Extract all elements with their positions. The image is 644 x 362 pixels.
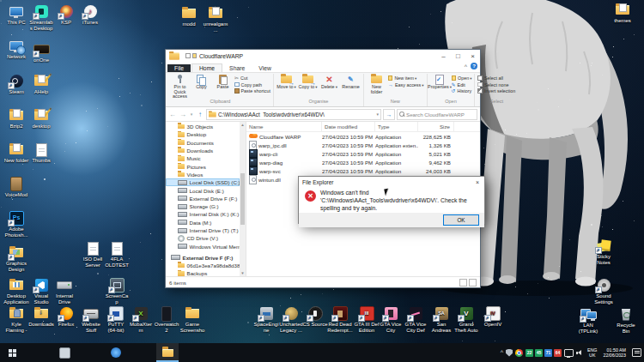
ribbon-button-history[interactable]: ↺History bbox=[452, 88, 472, 94]
nav-item-data-m[interactable]: Data (M:) bbox=[166, 219, 240, 226]
desktop-icon-desktop[interactable]: desktop bbox=[28, 108, 54, 130]
nav-item-external-drive-f-f[interactable]: External Drive F (F:) bbox=[166, 254, 240, 262]
desktop-icon-lan-tplink[interactable]: ↗LAN (TPLink) bbox=[575, 307, 601, 335]
nav-item-videos[interactable]: Videos bbox=[166, 171, 240, 178]
file-row-warp-ipc-dll[interactable]: warp_ipc.dll27/04/2023 10:59 PMApplicati… bbox=[246, 141, 480, 149]
desktop-icon-overwatch-2-screenshots[interactable]: Overwatch 2 Screenshots bbox=[154, 306, 179, 334]
nav-item-backups[interactable]: Backups bbox=[166, 269, 240, 276]
desktop-icon-cs-source[interactable]: ↗CS Source bbox=[302, 306, 328, 328]
ribbon-button-copy[interactable]: Copy bbox=[191, 74, 211, 90]
start-button[interactable] bbox=[0, 343, 24, 362]
nav-item-cd-drive-v[interactable]: CD Drive (V:) bbox=[166, 234, 240, 242]
ribbon-button-edit[interactable]: ✎Edit bbox=[452, 82, 472, 87]
nav-item-local-disk-e[interactable]: Local Disk (E:) bbox=[166, 186, 240, 194]
ribbon-button-select-none[interactable]: Select none bbox=[477, 82, 515, 87]
ribbon-button-new-folder[interactable]: New folder bbox=[367, 74, 386, 94]
up-button[interactable]: ↑ bbox=[196, 110, 204, 119]
desktop-icon-network[interactable]: Network bbox=[3, 39, 29, 60]
ribbon-button-open[interactable]: Open▾ bbox=[452, 75, 472, 81]
tray-chevron-icon[interactable]: ^ bbox=[501, 349, 503, 355]
column-header-size[interactable]: Size bbox=[418, 122, 454, 131]
file-row-warp-svc[interactable]: warp-svc27/04/2023 10:59 PMApplication24… bbox=[246, 166, 480, 175]
desktop-icon-onone[interactable]: ↗onOne bbox=[28, 42, 54, 63]
desktop-icon-openiv[interactable]: IV↗OpenIV bbox=[480, 306, 506, 328]
desktop-icon-san-andreas-def-edition[interactable]: SA↗San Andreas Def Edition bbox=[428, 306, 454, 334]
desktop-icon-visual-studio-code[interactable]: ↗Visual Studio Code bbox=[28, 278, 54, 305]
desktop-icon-putty-64-bit[interactable]: ↗PuTTY (64-bit) bbox=[103, 306, 129, 334]
nav-item-pictures[interactable]: Pictures bbox=[166, 162, 240, 170]
taskbar-file-explorer[interactable] bbox=[156, 343, 179, 362]
nav-scrollbar[interactable]: ▲ ▼ bbox=[240, 122, 246, 276]
nav-item-storage-g[interactable]: Storage (G:) bbox=[166, 202, 240, 210]
tray-badge-64[interactable]: 64 bbox=[554, 349, 562, 357]
desktop-icon-themes[interactable]: themes bbox=[610, 3, 635, 24]
ok-button[interactable]: OK bbox=[443, 214, 479, 226]
nav-item-downloads[interactable]: Downloads bbox=[166, 147, 240, 154]
desktop-icon-graphics-design[interactable]: ↗Graphics Design bbox=[3, 245, 29, 273]
desktop-icon-unrealgam[interactable]: unrealgam... bbox=[203, 6, 228, 33]
address-input[interactable]: C:\Windows\AAct_Tools\wdvdriver\x64WDV\ … bbox=[206, 109, 381, 120]
desktop-icon-this-pc[interactable]: This PC bbox=[3, 4, 29, 26]
taskbar-app-window[interactable] bbox=[53, 343, 76, 362]
back-button[interactable]: ← bbox=[168, 110, 177, 119]
desktop-icon-firefox[interactable]: ↗Firefox bbox=[53, 306, 79, 328]
desktop-icon-thumbs[interactable]: Thumbs bbox=[28, 142, 54, 164]
nav-item-local-disk-ssd-c[interactable]: Local Disk (SSD) (C:) bbox=[166, 178, 240, 186]
ribbon-button-easy-access[interactable]: →Easy access▾ bbox=[388, 82, 424, 87]
desktop-icon-itunes[interactable]: ♪↗iTunes bbox=[77, 4, 103, 26]
desktop-icon-mobaxterm[interactable]: X↗MobaXterm bbox=[128, 306, 154, 334]
tab-file[interactable]: File bbox=[167, 64, 191, 72]
ribbon-button-cut[interactable]: ✂Cut bbox=[234, 75, 270, 81]
desktop-icon-desktop-applications[interactable]: Desktop Applications bbox=[3, 278, 29, 305]
nav-item-3d-objects[interactable]: 3D Objects bbox=[166, 123, 240, 130]
close-button[interactable]: × bbox=[465, 50, 480, 62]
ribbon-button-select-all[interactable]: Select all bbox=[477, 75, 515, 81]
desktop-icon-ksp[interactable]: ↗KSP bbox=[53, 4, 79, 26]
go-refresh-button[interactable]: → bbox=[383, 109, 395, 120]
quick-access-toolbar[interactable] bbox=[185, 53, 197, 58]
desktop-icon-internal-drive[interactable]: Internal Drive bbox=[52, 278, 77, 305]
desktop-icon-adobe-photosh[interactable]: Ps↗Adobe Photosh... bbox=[3, 211, 29, 238]
nav-item-internal-drive-t-t[interactable]: Internal Drive (T) (T:) bbox=[166, 226, 240, 234]
file-row-warp-cli[interactable]: warp-cli27/04/2023 10:59 PMApplication5,… bbox=[246, 149, 480, 158]
desktop-icon-voicemod[interactable]: VoiceMod bbox=[3, 177, 29, 198]
maximize-button[interactable]: □ bbox=[451, 50, 465, 62]
address-dropdown-icon[interactable]: ▾ bbox=[376, 112, 379, 117]
view-thumbnails-icon[interactable] bbox=[469, 279, 477, 287]
ribbon-button-properties[interactable]: Properties▾ bbox=[430, 74, 450, 90]
tray-badge-45[interactable]: 45 bbox=[535, 349, 543, 357]
desktop-icon-modd[interactable]: modd bbox=[176, 6, 202, 27]
search-input[interactable]: Search CloudflareWARP bbox=[397, 109, 477, 120]
desktop-icon-4fla-oldtest-vps[interactable]: 4FLA OLDTEST VPS bbox=[104, 241, 130, 268]
desktop-icon-spaceengine[interactable]: ↗SpaceEngine bbox=[253, 306, 279, 334]
nav-item-external-drive-f-f[interactable]: External Drive F (F:) bbox=[166, 195, 240, 202]
tray-badge-22[interactable]: 22 bbox=[526, 349, 533, 357]
desktop-icon-sticky-notes-classic[interactable]: ↗Sticky Notes (classic) bbox=[591, 238, 617, 266]
desktop-icon-recycle-bin[interactable]: Recycle Bin bbox=[613, 307, 639, 335]
defender-shield-icon[interactable] bbox=[506, 349, 513, 357]
desktop-icon-gta-vice-city-def-edition[interactable]: ↗GTA Vice City Def Edition bbox=[403, 306, 428, 334]
volume-icon[interactable] bbox=[576, 349, 583, 356]
scroll-thumb[interactable] bbox=[240, 173, 245, 225]
ribbon-collapse-icon[interactable]: ^ bbox=[465, 63, 467, 69]
desktop-icon-gta-iii-def-edition[interactable]: III↗GTA III Def Edition bbox=[354, 306, 380, 334]
desktop-icon-bzip2[interactable]: Bzip2 bbox=[3, 108, 29, 130]
desktop-icon-red-dead-redempt[interactable]: ↗Red Dead Redempt... bbox=[327, 306, 353, 334]
minimize-button[interactable]: – bbox=[436, 50, 451, 62]
desktop-icon-kyle-flaming[interactable]: Kyle Flaming - bbox=[3, 306, 29, 334]
ribbon-button-invert-selection[interactable]: Invert selection bbox=[477, 88, 515, 94]
language-indicator[interactable]: ENG UK bbox=[586, 347, 598, 359]
desktop-icon-new-folder[interactable]: New folder bbox=[3, 142, 29, 164]
tab-view[interactable]: View bbox=[252, 64, 278, 72]
file-row-cloudflare-warp[interactable]: Cloudflare WARP27/04/2023 10:59 PMApplic… bbox=[246, 132, 480, 141]
ribbon-button-rename[interactable]: ✎Rename bbox=[341, 74, 361, 90]
desktop-icon-ahelp[interactable]: AHelp bbox=[28, 74, 54, 95]
file-row-warp-diag[interactable]: warp-diag27/04/2023 10:59 PMApplication9… bbox=[246, 158, 480, 166]
nav-item-windows-virtual-memory[interactable]: Windows Virtual Memory ( bbox=[166, 242, 240, 250]
ribbon-button-copy-path[interactable]: Copy path bbox=[234, 82, 270, 87]
ribbon-button-paste-shortcut[interactable]: Paste shortcut bbox=[234, 88, 270, 94]
column-header-name[interactable]: Name bbox=[246, 122, 322, 131]
dialog-close-button[interactable]: × bbox=[471, 177, 484, 187]
desktop-icon-downloads[interactable]: ↓Downloads bbox=[28, 306, 54, 328]
nav-item-internal-disk-k-k[interactable]: Internal Disk (K:) (K:) bbox=[166, 210, 240, 218]
